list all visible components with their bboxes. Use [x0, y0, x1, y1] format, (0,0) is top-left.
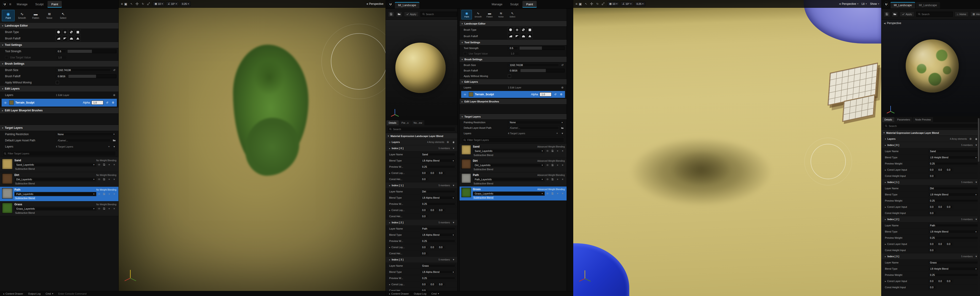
reset-icon[interactable]: ↺ [553, 92, 557, 97]
section-edit-layers[interactable]: ▾Edit Layers [460, 79, 566, 85]
filter-target-layers[interactable] [461, 137, 565, 143]
reset-icon[interactable]: ↺ [105, 101, 109, 105]
brush-circle-icon[interactable] [508, 27, 513, 32]
brush-circle-icon[interactable] [56, 29, 61, 35]
const-layer-y-input[interactable]: 0.0 [937, 279, 945, 283]
level-viewport[interactable]: ≡ ▣ ↖ ↻ ▦10▾ ∠10°▾ 0.25▾ ◀Perspective [119, 0, 386, 291]
layer-name-input[interactable]: Dirt [928, 187, 978, 190]
const-layer-x-input[interactable]: 0.0 [420, 283, 428, 286]
save-icon[interactable] [550, 191, 555, 196]
plus-icon[interactable]: + [107, 144, 111, 149]
const-layer-z-input[interactable]: 0.0 [438, 208, 445, 212]
element-options-icon[interactable]: ▾ [451, 146, 456, 150]
layer-thumbnail[interactable] [2, 159, 13, 169]
chevron-down-icon[interactable]: ▾ [560, 131, 565, 136]
array-index-row[interactable]: ▸ Index [ 0 ] 5 members ▾ [386, 145, 457, 152]
browse-icon[interactable] [560, 126, 565, 130]
const-layer-y-input[interactable]: 0.0 [937, 205, 945, 209]
const-layer-y-input[interactable]: 0.0 [937, 242, 945, 246]
layer-thumbnail[interactable] [461, 188, 471, 197]
gear-icon[interactable]: ⚙ [559, 92, 563, 97]
section-tool-settings[interactable]: ▾Tool Settings [460, 39, 566, 45]
viewport-menu-icon[interactable]: ≡ [121, 2, 123, 6]
delete-icon[interactable]: × [112, 206, 116, 211]
array-index-row[interactable]: ▸ Index [ 1 ] 5 members ▾ [881, 179, 980, 186]
perspective-dropdown[interactable]: ◀Perspective [366, 2, 383, 5]
layer-info-dropdown[interactable]: Sand_LayerInfo▾ [473, 149, 545, 153]
target-layer-row[interactable]: DirtAdvanced Weight Blending Dirt_LayerI… [460, 158, 566, 172]
output-log-button[interactable]: Output Log [28, 292, 40, 295]
select-icon[interactable]: ↖ [129, 2, 134, 6]
mode-tab[interactable]: Paint [522, 1, 537, 8]
mode-tab[interactable]: Paint [48, 1, 62, 8]
preview-weight-input[interactable]: 0.25 [420, 239, 456, 243]
save-icon[interactable] [102, 206, 106, 211]
toolbar-search[interactable] [916, 12, 953, 17]
trash-icon[interactable] [451, 140, 456, 144]
const-layer-x-input[interactable]: 0.0 [420, 208, 428, 212]
const-height-input[interactable]: 0.0 [928, 211, 936, 215]
layer-name-input[interactable]: Sand [420, 153, 456, 156]
cmd-dropdown[interactable]: Cmd▾ [431, 292, 439, 295]
scale-snap-dropdown[interactable]: 0.25▾ [180, 2, 191, 6]
eye-icon[interactable] [97, 177, 101, 181]
apply-without-moving-checkbox[interactable] [56, 81, 59, 84]
brush-falloff-input[interactable]: 0.5816 [508, 69, 519, 73]
preview-weight-input[interactable]: 0.25 [928, 236, 978, 240]
reset-icon[interactable]: ↺ [112, 68, 116, 72]
target-layer-row[interactable]: SandNo Weight Blending Sand_LayerInfo▾ +… [0, 157, 118, 172]
layer-thumbnail[interactable] [461, 159, 471, 169]
add-layer-icon[interactable]: ⊕ [112, 93, 116, 97]
filter-input[interactable] [8, 152, 115, 155]
eye-icon[interactable] [545, 163, 550, 167]
blend-type-dropdown[interactable]: LB Alpha Blend▾ [420, 196, 456, 200]
save-icon[interactable] [550, 149, 555, 153]
blend-type-dropdown[interactable]: LB Alpha Blend▾ [420, 270, 456, 274]
const-layer-z-input[interactable]: 0.0 [945, 279, 953, 283]
expression-category-header[interactable]: ▾Material Expression Landscape Layer Ble… [881, 130, 980, 136]
array-index-row[interactable]: ▸ Index [ 0 ] 5 members ▾ [881, 142, 980, 148]
layer-name-input[interactable]: Path [420, 227, 456, 230]
target-layer-row[interactable]: GrassAdvanced Weight Blending Grass_Laye… [460, 187, 566, 201]
mode-tab[interactable]: Manage [488, 1, 506, 8]
brush-falloff-slider[interactable] [68, 74, 116, 78]
mode-tab[interactable]: Sculpt [32, 1, 47, 8]
blend-type-dropdown[interactable]: LB Height Blend▾ [928, 155, 978, 160]
const-height-input[interactable]: 0.0 [420, 214, 428, 218]
preview-weight-input[interactable]: 0.25 [420, 276, 456, 280]
apply-without-moving-checkbox[interactable] [508, 74, 511, 78]
details-tab[interactable]: Parameters [895, 117, 913, 122]
layer-name-input[interactable]: Grass [420, 264, 456, 267]
scale-icon[interactable] [601, 2, 605, 6]
filter-input[interactable] [467, 139, 563, 141]
element-options-icon[interactable]: ▾ [451, 183, 456, 188]
eye-icon[interactable] [545, 177, 550, 181]
delete-icon[interactable]: × [560, 191, 565, 196]
scale-snap-dropdown[interactable]: 0.25▾ [635, 2, 645, 6]
layer-thumbnail[interactable] [2, 188, 13, 198]
apply-button[interactable]: Apply [404, 12, 418, 17]
brush-alpha-icon[interactable] [62, 29, 68, 35]
details-search-input[interactable] [393, 128, 454, 131]
painting-restriction-dropdown[interactable]: None▾ [508, 120, 565, 125]
save-icon[interactable] [388, 11, 394, 17]
brush-falloff-slider[interactable] [520, 69, 565, 72]
hierarchy-button[interactable]: ▦Hierarchy [970, 11, 980, 17]
paint-tool-button[interactable]: ↖Select [507, 10, 518, 19]
section-blueprint-brushes[interactable]: ▸Edit Layer Blueprint Brushes [460, 99, 566, 104]
layer-name-input[interactable]: Sand [928, 149, 978, 153]
paint-tool-button[interactable]: ◉Paint [461, 10, 472, 19]
const-height-input[interactable]: 0.0 [928, 285, 936, 289]
delete-icon[interactable]: × [560, 149, 565, 153]
save-icon[interactable] [102, 162, 106, 167]
const-layer-z-input[interactable]: 0.0 [438, 171, 445, 175]
rotation-snap-dropdown[interactable]: ∠10°▾ [166, 2, 179, 6]
falloff-tip-icon[interactable] [75, 36, 81, 41]
layer-name-input[interactable]: Grass [928, 261, 978, 264]
asset-path-input[interactable]: /Game/... [508, 126, 559, 130]
material-preview-viewport[interactable]: ◀Perspective [881, 20, 980, 117]
eye-icon[interactable] [97, 206, 101, 211]
falloff-spherical-icon[interactable] [521, 34, 526, 39]
const-layer-z-input[interactable]: 0.0 [438, 283, 445, 286]
add-element-icon[interactable]: ⊕ [968, 137, 973, 141]
